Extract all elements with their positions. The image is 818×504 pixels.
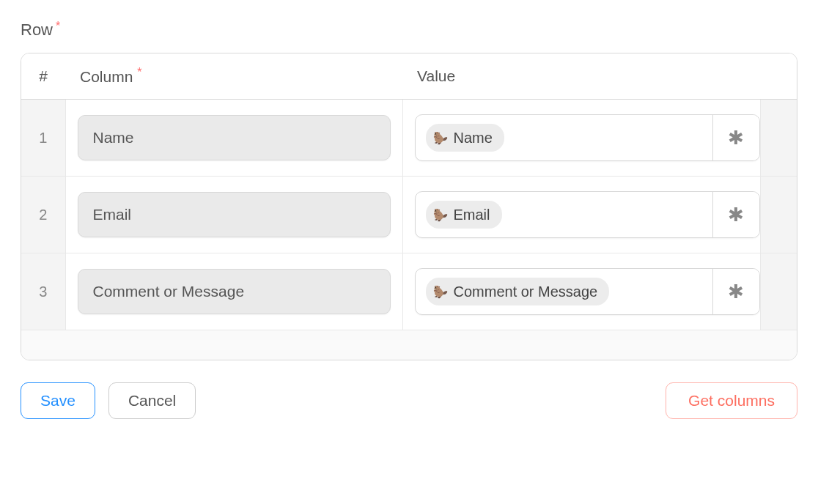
header-action — [709, 53, 760, 100]
table-footer-row — [21, 330, 797, 360]
header-value: Value — [402, 53, 709, 100]
header-num-text: # — [39, 67, 48, 84]
header-column: Column * — [65, 53, 402, 100]
row-end — [760, 177, 797, 253]
asterisk-icon: ✱ — [728, 127, 744, 149]
row-end — [760, 100, 797, 177]
form-icon: 🦫 — [433, 284, 448, 299]
form-icon: 🦫 — [433, 130, 448, 145]
header-num: # — [21, 53, 65, 100]
value-chip[interactable]: 🦫 Comment or Message — [426, 278, 610, 305]
button-row: Save Cancel Get columns — [21, 382, 797, 419]
asterisk-icon: ✱ — [728, 281, 744, 303]
row-index: 1 — [21, 100, 65, 177]
value-field[interactable]: 🦫 Comment or Message ✱ — [415, 268, 760, 315]
row-end — [760, 253, 797, 330]
form-icon: 🦫 — [433, 207, 448, 222]
section-label: Row * — [21, 21, 797, 40]
row-index: 2 — [21, 177, 65, 253]
chip-label: Email — [454, 206, 490, 223]
header-column-text: Column — [80, 68, 133, 85]
column-input[interactable]: Name — [78, 115, 391, 160]
row-index: 3 — [21, 253, 65, 330]
value-chip[interactable]: 🦫 Email — [426, 201, 502, 229]
chip-label: Comment or Message — [454, 283, 598, 300]
table-row: 3 Comment or Message 🦫 Comment or Messag… — [21, 253, 797, 330]
column-input[interactable]: Comment or Message — [78, 269, 391, 314]
required-asterisk-icon: * — [56, 21, 60, 32]
header-value-text: Value — [417, 67, 455, 84]
footer-empty — [21, 330, 797, 360]
value-options-button[interactable]: ✱ — [712, 192, 759, 237]
asterisk-icon: ✱ — [728, 204, 744, 226]
get-columns-button[interactable]: Get columns — [666, 382, 797, 419]
value-options-button[interactable]: ✱ — [712, 115, 759, 160]
row-table-container: # Column * Value 1 Name — [21, 53, 797, 360]
header-end — [760, 53, 797, 100]
save-button[interactable]: Save — [21, 382, 95, 419]
column-input-text: Comment or Message — [93, 283, 245, 300]
column-input-text: Email — [93, 206, 132, 223]
value-field[interactable]: 🦫 Name ✱ — [415, 114, 760, 161]
value-chip[interactable]: 🦫 Name — [426, 124, 504, 152]
table-row: 2 Email 🦫 Email — [21, 177, 797, 253]
cancel-button[interactable]: Cancel — [108, 382, 196, 419]
column-input-text: Name — [93, 129, 134, 146]
section-label-text: Row — [21, 21, 53, 40]
value-field[interactable]: 🦫 Email ✱ — [415, 191, 760, 238]
row-table: # Column * Value 1 Name — [21, 53, 797, 360]
required-asterisk-icon: * — [137, 66, 141, 78]
column-input[interactable]: Email — [78, 192, 391, 237]
chip-label: Name — [454, 129, 493, 147]
value-options-button[interactable]: ✱ — [712, 269, 759, 314]
table-row: 1 Name 🦫 Name — [21, 100, 797, 177]
